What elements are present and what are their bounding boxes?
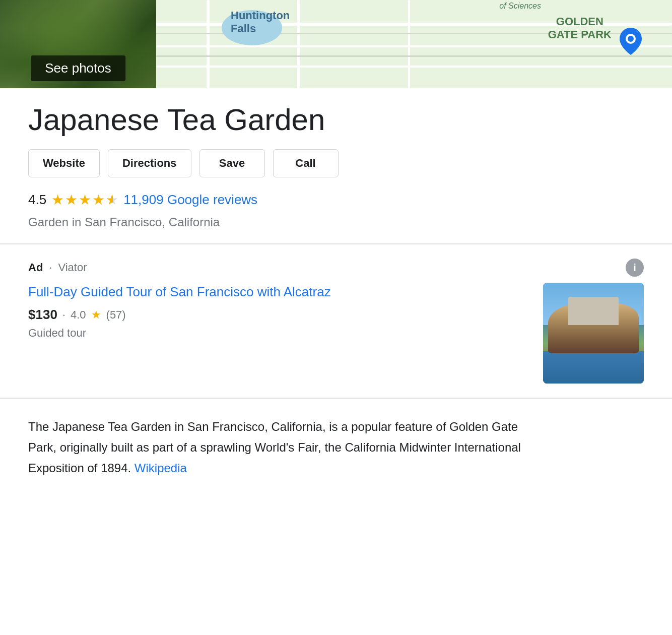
- ad-label-row: Ad · Viator: [28, 261, 87, 274]
- action-buttons: Website Directions Save Call: [28, 149, 644, 177]
- star-2: ★: [65, 192, 78, 208]
- ad-star: ★: [91, 308, 101, 322]
- description-text: The Japanese Tea Garden in San Francisco…: [28, 417, 532, 478]
- photo-panel[interactable]: See photos: [0, 0, 156, 88]
- see-photos-button[interactable]: See photos: [31, 55, 125, 81]
- star-rating: ★ ★ ★ ★ ★ ★: [51, 192, 118, 208]
- map-road: [156, 66, 672, 68]
- ad-content: Full-Day Guided Tour of San Francisco wi…: [28, 283, 644, 384]
- star-3: ★: [79, 192, 91, 208]
- rating-number: 4.5: [28, 192, 46, 208]
- wikipedia-link[interactable]: Wikipedia: [135, 461, 187, 475]
- ad-price: $130: [28, 307, 57, 323]
- star-1: ★: [51, 192, 64, 208]
- map-road: [408, 0, 410, 88]
- ad-rating-number: 4.0: [71, 308, 86, 322]
- top-media: See photos Huntington Falls GOLDEN GATE …: [0, 0, 672, 88]
- ad-price-row: $130 · 4.0 ★ (57): [28, 307, 531, 323]
- star-5-half: ★ ★: [106, 192, 118, 208]
- map-label-golden-gate-park: GOLDEN GATE PARK: [548, 15, 612, 42]
- ad-text: Full-Day Guided Tour of San Francisco wi…: [28, 283, 531, 340]
- map-label-huntington: Huntington Falls: [231, 9, 290, 36]
- map-label-sciences: of Sciences: [499, 1, 541, 11]
- ad-separator: ·: [49, 261, 52, 274]
- ad-image[interactable]: [543, 283, 644, 384]
- place-info-section: Japanese Tea Garden Website Directions S…: [0, 88, 672, 244]
- map-road: [156, 45, 672, 47]
- map-road: [297, 0, 300, 88]
- ad-type: Guided tour: [28, 327, 531, 340]
- ad-section: Ad · Viator i Full-Day Guided Tour of Sa…: [0, 244, 672, 398]
- rating-row: 4.5 ★ ★ ★ ★ ★ ★ 11,909 Google reviews: [28, 192, 644, 208]
- star-4: ★: [92, 192, 105, 208]
- map-location-pin[interactable]: [620, 28, 642, 55]
- place-title: Japanese Tea Garden: [28, 102, 644, 137]
- svg-point-1: [628, 36, 634, 42]
- info-icon[interactable]: i: [626, 259, 644, 277]
- ad-image-building: [568, 297, 619, 325]
- ad-image-water: [543, 351, 644, 384]
- map-road: [207, 0, 210, 88]
- save-button[interactable]: Save: [199, 149, 265, 177]
- ad-title-link[interactable]: Full-Day Guided Tour of San Francisco wi…: [28, 283, 531, 301]
- map-panel[interactable]: Huntington Falls GOLDEN GATE PARK of Sci…: [156, 0, 672, 88]
- map-road-thin: [156, 55, 672, 57]
- map-background: Huntington Falls GOLDEN GATE PARK of Sci…: [156, 0, 672, 88]
- description-section: The Japanese Tea Garden in San Francisco…: [0, 399, 672, 496]
- website-button[interactable]: Website: [28, 149, 100, 177]
- call-button[interactable]: Call: [273, 149, 339, 177]
- ad-source: Viator: [58, 261, 87, 274]
- place-type: Garden in San Francisco, California: [28, 215, 644, 229]
- directions-button[interactable]: Directions: [108, 149, 191, 177]
- reviews-link[interactable]: 11,909 Google reviews: [123, 192, 257, 208]
- ad-header: Ad · Viator i: [28, 259, 644, 277]
- ad-badge: Ad: [28, 261, 43, 274]
- ad-review-count: (57): [106, 308, 126, 322]
- ad-price-dot: ·: [62, 308, 65, 322]
